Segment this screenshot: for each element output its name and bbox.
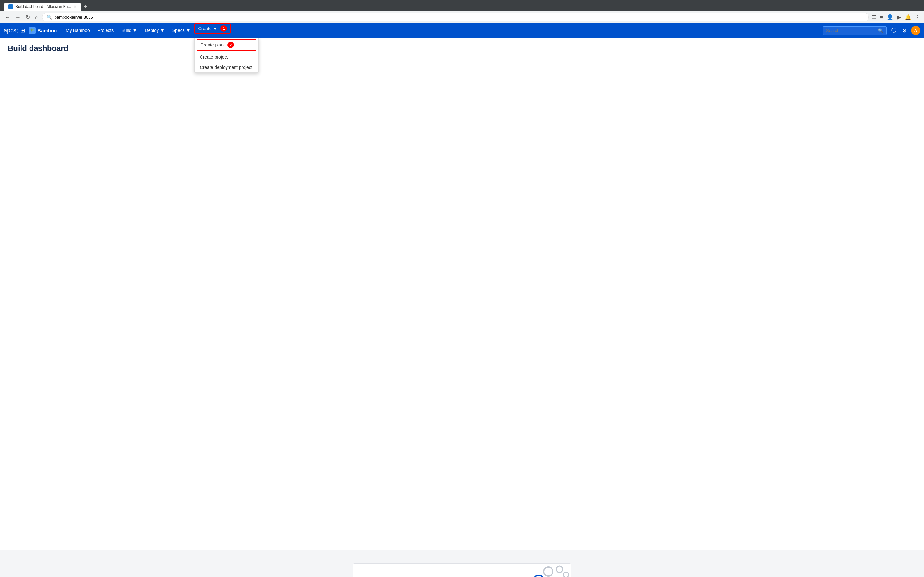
svg-point-1 (556, 566, 563, 572)
back-button[interactable]: ← (4, 13, 11, 21)
help-icon[interactable]: ⓘ (890, 26, 898, 35)
create-dropdown-menu: Create plan 2 Create project Create depl… (194, 37, 258, 73)
new-tab-button[interactable]: + (84, 3, 87, 10)
step-2-badge: 2 (228, 42, 234, 48)
specs-label: Specs (172, 28, 185, 33)
browser-toolbar-icons: ☰ ■ 👤 ▶ 🔔 ⋮ (871, 14, 920, 20)
app-navbar: apps; ⊞ 🎋 Bamboo My Bamboo Projects Buil… (0, 23, 924, 37)
tab-favicon (8, 5, 13, 9)
browser-tab[interactable]: Build dashboard - Atlassian Ba... ✕ (4, 3, 81, 11)
sidebar-item-build[interactable]: Build ▼ (118, 23, 141, 37)
grid-icon[interactable]: apps; (4, 27, 18, 34)
address-input[interactable] (55, 15, 864, 19)
reload-button[interactable]: ↻ (24, 13, 31, 21)
page-content: Build dashboard (0, 37, 924, 550)
main-section: Let's get building! Now that the install… (0, 550, 924, 577)
tab-close-button[interactable]: ✕ (73, 5, 77, 9)
create-nav-wrapper: Create ▼ 1 Create plan 2 Create project … (194, 23, 231, 37)
sidebar-item-deploy[interactable]: Deploy ▼ (141, 23, 168, 37)
logo-text: Bamboo (37, 28, 57, 33)
settings-icon[interactable]: ⚙ (901, 26, 908, 35)
address-bar[interactable]: 🔍 (42, 13, 869, 21)
create-plan-item[interactable]: Create plan 2 (197, 39, 256, 51)
search-icon: 🔍 (47, 15, 52, 19)
create-project-item[interactable]: Create project (195, 52, 258, 62)
svg-point-2 (564, 572, 569, 577)
browser-chrome: Build dashboard - Atlassian Ba... ✕ + (0, 0, 924, 11)
sync-icon[interactable]: ▶ (897, 14, 901, 20)
create-project-label: Create project (200, 55, 228, 60)
tab-title: Build dashboard - Atlassian Ba... (15, 5, 71, 9)
build-label: Build (121, 28, 131, 33)
app-grid-icon[interactable]: ⊞ (21, 27, 25, 34)
search-input[interactable] (826, 28, 876, 33)
my-bamboo-label: My Bamboo (66, 28, 90, 33)
create-deployment-item[interactable]: Create deployment project (195, 62, 258, 73)
specs-arrow-icon: ▼ (186, 28, 191, 33)
projects-label: Projects (97, 28, 114, 33)
build-arrow-icon: ▼ (132, 28, 137, 33)
step-1-badge: 1 (220, 25, 227, 32)
menu-icon[interactable]: ⋮ (915, 14, 920, 20)
avatar[interactable]: A (911, 26, 920, 35)
sidebar-item-specs[interactable]: Specs ▼ (168, 23, 194, 37)
svg-point-0 (544, 567, 553, 576)
decoration-svg: ↻ ↻ ↻ ↻ ↻ ↻ (507, 564, 571, 577)
deploy-label: Deploy (145, 28, 159, 33)
nav-items: My Bamboo Projects Build ▼ Deploy ▼ Spec… (62, 23, 231, 37)
home-button[interactable]: ⌂ (34, 13, 39, 21)
create-label: Create (198, 26, 212, 31)
sidebar-item-projects[interactable]: Projects (94, 23, 118, 37)
create-plan-label: Create plan (200, 42, 224, 47)
deploy-arrow-icon: ▼ (160, 28, 165, 33)
bamboo-logo[interactable]: 🎋 Bamboo (29, 27, 57, 34)
create-deployment-label: Create deployment project (200, 65, 252, 70)
create-arrow-icon: ▼ (213, 26, 218, 31)
sidebar-item-my-bamboo[interactable]: My Bamboo (62, 23, 94, 37)
forward-button[interactable]: → (14, 13, 22, 21)
browser-toolbar: ← → ↻ ⌂ 🔍 ☰ ■ 👤 ▶ 🔔 ⋮ (0, 11, 924, 23)
card-decoration: ↻ ↻ ↻ ↻ ↻ ↻ (507, 564, 571, 577)
bookmarks-icon[interactable]: ☰ (871, 14, 876, 20)
search-icon: 🔍 (878, 28, 883, 33)
welcome-card: Let's get building! Now that the install… (353, 563, 571, 577)
nav-search: 🔍 ⓘ ⚙ A (822, 26, 920, 35)
page-header: Build dashboard (0, 37, 924, 58)
profile-icon[interactable]: 👤 (887, 14, 893, 20)
logo-icon: 🎋 (29, 27, 36, 34)
card-container: Let's get building! Now that the install… (347, 557, 577, 577)
notifications-icon[interactable]: 🔔 (905, 14, 911, 20)
extensions-icon[interactable]: ■ (880, 14, 883, 20)
search-box[interactable]: 🔍 (822, 26, 887, 35)
svg-point-3 (533, 575, 544, 577)
page-title: Build dashboard (8, 44, 916, 53)
create-button[interactable]: Create ▼ 1 (194, 23, 231, 34)
